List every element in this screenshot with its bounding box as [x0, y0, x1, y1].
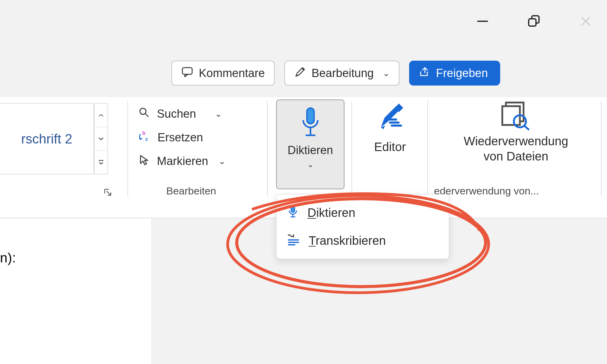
svg-line-9 [145, 114, 148, 117]
svg-rect-20 [291, 206, 295, 212]
dictate-split-button[interactable]: Diktieren ⌄ [276, 99, 344, 189]
svg-point-8 [140, 108, 146, 114]
ribbon-separator [351, 101, 352, 196]
style-name: rschrift 2 [21, 131, 73, 147]
restore-button[interactable] [522, 12, 546, 30]
editor-label: Editor [355, 140, 425, 154]
dictate-dropdown-menu: Diktieren Transkribieren [276, 194, 449, 259]
editor-button[interactable]: Editor [355, 100, 425, 154]
select-button[interactable]: Markieren ⌄ [134, 149, 249, 173]
gallery-more-button[interactable] [95, 151, 107, 174]
close-button[interactable] [574, 12, 598, 30]
dictate-label: Diktieren [288, 144, 333, 157]
svg-rect-2 [529, 19, 536, 26]
comments-label: Kommentare [199, 67, 265, 80]
share-button[interactable]: Freigeben [409, 61, 500, 86]
ribbon-separator [427, 101, 428, 196]
gallery-up-button[interactable] [95, 104, 107, 127]
dropdown-item-label: Transkribieren [309, 234, 386, 248]
microphone-small-icon [287, 204, 299, 221]
chevron-down-icon: ⌄ [219, 156, 226, 166]
window-controls [470, 12, 607, 30]
editor-pen-icon [375, 129, 405, 134]
styles-dialog-launcher[interactable] [102, 187, 114, 199]
dropdown-item-dictate[interactable]: Diktieren [276, 199, 449, 227]
svg-line-19 [524, 126, 529, 130]
chevron-down-icon: ⌄ [215, 109, 222, 119]
svg-text:c: c [145, 136, 148, 142]
dropdown-item-transcribe[interactable]: Transkribieren [276, 227, 449, 254]
chevron-down-icon: ⌄ [307, 160, 314, 169]
microphone-icon [298, 106, 323, 141]
pencil-icon [294, 66, 306, 81]
reuse-files-icon [499, 126, 533, 131]
search-icon [138, 106, 150, 121]
ribbon-separator [601, 101, 602, 196]
select-label: Markieren [157, 155, 208, 168]
comment-icon [181, 66, 193, 81]
replace-label: Ersetzen [158, 131, 203, 144]
svg-text:b: b [142, 130, 145, 136]
svg-rect-12 [307, 108, 314, 124]
reuse-files-button[interactable]: Wiederverwendung von Dateien [434, 100, 598, 164]
minimize-button[interactable] [470, 12, 495, 30]
ribbon-separator [127, 101, 128, 196]
svg-rect-5 [182, 68, 192, 74]
edit-group-caption: Bearbeiten [134, 185, 249, 197]
replace-icon: b c [138, 130, 151, 145]
chevron-down-icon: ⌄ [383, 68, 390, 78]
find-label: Suchen [157, 107, 196, 120]
dropdown-item-label: Diktieren [307, 206, 355, 220]
find-button[interactable]: Suchen ⌄ [134, 102, 249, 126]
styles-gallery-item[interactable]: rschrift 2 [0, 103, 94, 174]
edit-group: Suchen ⌄ b c Ersetzen Markieren ⌄ [134, 102, 249, 173]
transcribe-icon [287, 233, 300, 249]
editing-label: Bearbeitung [312, 67, 374, 80]
cursor-icon [138, 154, 150, 169]
replace-button[interactable]: b c Ersetzen [134, 126, 249, 149]
document-visible-text: n): [0, 250, 16, 265]
comments-button[interactable]: Kommentare [171, 61, 275, 86]
title-bar-actions: Kommentare Bearbeitung ⌄ Freigeben [171, 61, 500, 86]
document-page[interactable] [0, 218, 152, 364]
share-label: Freigeben [436, 67, 488, 80]
reuse-label-line2: von Dateien [483, 150, 548, 163]
editing-mode-button[interactable]: Bearbeitung ⌄ [284, 61, 400, 86]
styles-gallery-scroll [94, 103, 108, 174]
gallery-down-button[interactable] [95, 127, 107, 151]
reuse-label-line1: Wiederverwendung [464, 134, 568, 148]
ribbon-separator [267, 101, 268, 196]
share-icon [418, 66, 430, 81]
reuse-group-caption: ederverwendung von... [434, 185, 598, 197]
